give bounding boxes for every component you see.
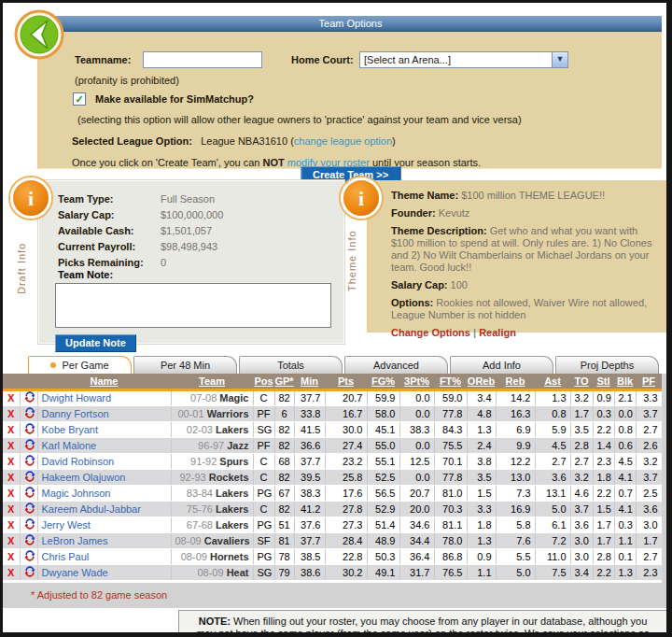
chevron-down-icon[interactable]: ▼ <box>552 52 567 67</box>
swap-player-icon[interactable] <box>20 469 37 485</box>
delete-player-icon[interactable]: X <box>3 485 20 501</box>
swap-player-icon[interactable] <box>20 517 37 532</box>
stat-cell-ast: 3.6 <box>535 469 570 485</box>
stats-header-row: NameTeamPosGP*MinPtsFG%3Pt%FT%ORebRebAst… <box>3 374 662 389</box>
delete-player-icon[interactable]: X <box>3 469 20 485</box>
stat-cell-blk: 4.1 <box>614 469 636 485</box>
player-name-link[interactable]: David Robinson <box>37 453 171 469</box>
realign-link[interactable]: Realign <box>479 327 516 338</box>
stat-cell-pts: 27.3 <box>325 517 367 532</box>
player-team-cell: 75-76 Lakers <box>171 501 253 517</box>
sort-header-to[interactable]: TO <box>570 374 593 389</box>
player-row: XDavid Robinson91-92 SpursC6837.723.255.… <box>3 453 662 469</box>
stat-cell-3pt: 34.4 <box>399 532 434 548</box>
delete-player-icon[interactable]: X <box>3 532 20 548</box>
delete-player-icon[interactable]: X <box>3 501 20 517</box>
sort-header-stl[interactable]: Stl <box>593 374 614 389</box>
change-options-link[interactable]: Change Options <box>391 327 470 338</box>
player-name-link[interactable]: Hakeem Olajuwon <box>37 469 171 485</box>
tab-label: Totals <box>277 360 304 371</box>
draft-row-label: Available Cash: <box>58 224 161 240</box>
player-name-link[interactable]: Dwight Howard <box>37 389 171 405</box>
swap-player-icon[interactable] <box>20 389 37 405</box>
update-note-button[interactable]: Update Note <box>55 334 136 352</box>
back-icon[interactable] <box>14 9 64 60</box>
swap-player-icon[interactable] <box>20 405 37 421</box>
sort-header-fg[interactable]: FG% <box>367 374 399 389</box>
draft-info-row: Team Type:Full Season <box>58 192 223 208</box>
delete-player-icon[interactable]: X <box>3 548 20 564</box>
player-name-link[interactable]: Dwyane Wade <box>37 564 171 580</box>
tab-proj-depths[interactable]: Proj Depths <box>555 356 659 374</box>
swap-player-icon[interactable] <box>20 548 37 564</box>
stat-cell-3pt: 0.0 <box>399 437 434 453</box>
swap-player-icon[interactable] <box>20 453 37 469</box>
player-name-link[interactable]: Kareem Abdul-Jabbar <box>37 501 171 517</box>
delete-player-icon[interactable]: X <box>3 437 20 453</box>
sort-header-ast[interactable]: Ast <box>535 374 570 389</box>
sort-header-oreb[interactable]: OReb <box>467 374 496 389</box>
stat-cell-stl: 2.8 <box>593 548 614 564</box>
swap-player-icon[interactable] <box>20 421 37 437</box>
swap-player-icon[interactable] <box>20 564 37 580</box>
delete-player-icon[interactable]: X <box>3 564 20 580</box>
player-name-link[interactable]: Danny Fortson <box>37 405 171 421</box>
home-court-select[interactable]: [Select an Arena...] ▼ <box>359 51 568 68</box>
delete-player-icon[interactable]: X <box>3 421 20 437</box>
teamname-input[interactable] <box>143 51 262 68</box>
change-league-link[interactable]: change league option <box>294 135 392 147</box>
sort-header-reb[interactable]: Reb <box>496 374 535 389</box>
theme-links-row: Change Options | Realign <box>391 327 660 339</box>
tab-add-info[interactable]: Add Info <box>450 356 553 374</box>
sort-header-ft[interactable]: FT% <box>434 374 467 389</box>
sort-header-3pt[interactable]: 3Pt% <box>399 374 434 389</box>
swap-player-icon[interactable] <box>20 437 37 453</box>
bottom-note-bold: NOTE: <box>199 616 231 627</box>
sort-header-blk[interactable]: Blk <box>614 374 636 389</box>
sort-header-gp[interactable]: GP* <box>274 374 294 389</box>
swap-player-icon[interactable] <box>20 501 37 517</box>
stat-cell-stl: 1.4 <box>593 437 614 453</box>
delete-player-icon[interactable]: X <box>3 517 20 532</box>
stat-cell-3pt: 20.7 <box>399 485 434 501</box>
create-note-pre: Once you click on 'Create Team', you can <box>72 157 263 168</box>
stat-cell-pts: 27.8 <box>325 501 367 517</box>
stat-cell-blk: 0.1 <box>614 548 636 564</box>
team-note-textarea[interactable] <box>55 283 331 328</box>
tab-per-48-min[interactable]: Per 48 Min <box>133 356 237 374</box>
sort-header-name[interactable]: Name <box>37 374 171 389</box>
sort-header-min[interactable]: Min <box>294 374 325 389</box>
draft-row-label: Salary Cap: <box>58 208 161 224</box>
stat-cell-min: 38.3 <box>294 485 325 501</box>
player-team-cell: 08-09 Hornets <box>171 548 253 564</box>
swap-player-icon[interactable] <box>20 485 37 501</box>
sort-header-team[interactable]: Team <box>171 374 253 389</box>
stat-cell-to: 2.8 <box>570 437 593 453</box>
stat-cell-to: 3.5 <box>570 421 593 437</box>
sort-header-pos[interactable]: Pos <box>253 374 274 389</box>
stat-cell-ft: 78.0 <box>434 532 467 548</box>
simmatchup-checkbox[interactable]: ✓ <box>73 92 86 106</box>
sort-header-pts[interactable]: Pts <box>325 374 367 389</box>
sort-header-pf[interactable]: PF <box>636 374 662 389</box>
delete-player-icon[interactable]: X <box>3 453 20 469</box>
stat-cell-pf: 2.5 <box>636 485 662 501</box>
player-name-link[interactable]: LeBron James <box>37 532 171 548</box>
player-name-link[interactable]: Karl Malone <box>37 437 171 453</box>
tab-advanced[interactable]: Advanced <box>344 356 448 374</box>
teamname-label: Teamname: <box>75 54 131 65</box>
stat-cell-stl: 0.3 <box>593 405 614 421</box>
team-name: Lakers <box>216 488 248 499</box>
player-name-link[interactable]: Chris Paul <box>37 548 171 564</box>
team-year: 75-76 <box>187 503 216 515</box>
player-name-link[interactable]: Magic Johnson <box>37 485 171 501</box>
player-name-link[interactable]: Jerry West <box>37 517 171 532</box>
tab-per-game[interactable]: Per Game <box>28 356 132 374</box>
founder-value: Kevutz <box>439 207 470 219</box>
delete-player-icon[interactable]: X <box>3 405 20 421</box>
swap-player-icon[interactable] <box>20 532 37 548</box>
stat-cell-pf: 3.3 <box>636 389 662 405</box>
delete-player-icon[interactable]: X <box>3 389 20 405</box>
player-name-link[interactable]: Kobe Bryant <box>37 421 171 437</box>
tab-totals[interactable]: Totals <box>239 356 343 374</box>
